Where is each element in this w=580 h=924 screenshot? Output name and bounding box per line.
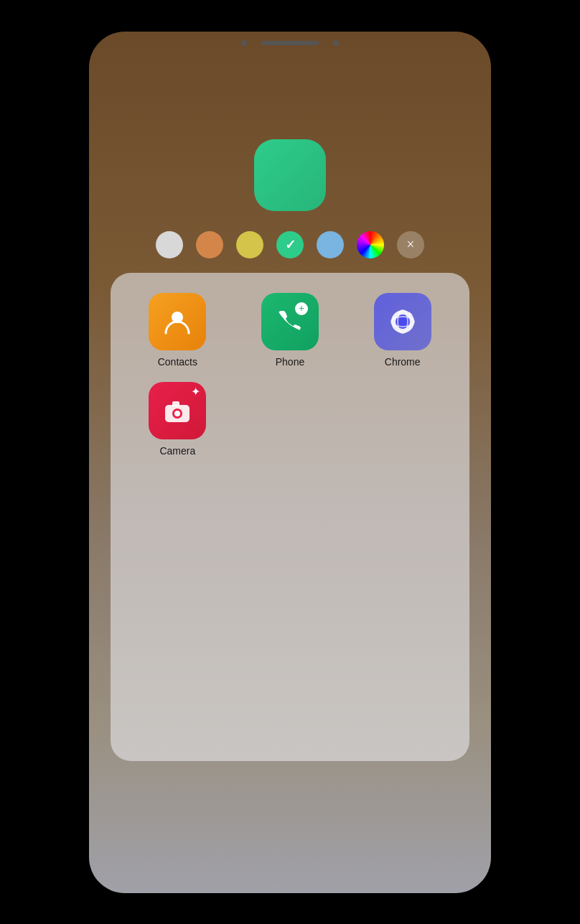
close-icon: × — [406, 236, 414, 253]
color-option-yellow[interactable] — [236, 231, 263, 258]
camera-sparkle-icon: ✦ — [191, 385, 200, 398]
app-item-chrome[interactable]: Chrome — [350, 293, 455, 368]
top-bar-dot-right — [333, 40, 339, 46]
chrome-label: Chrome — [385, 356, 421, 368]
color-picker-row: ✓ × — [89, 231, 491, 258]
phone-label: Phone — [276, 356, 304, 368]
phone-plus-icon: + — [295, 302, 308, 315]
contacts-icon — [149, 293, 206, 350]
top-bar-dot-left — [241, 40, 247, 46]
app-item-contacts[interactable]: Contacts — [125, 293, 230, 368]
phone-frame: ✓ × Contacts — [89, 32, 491, 893]
color-option-orange[interactable] — [196, 231, 223, 258]
phone-icon: + — [261, 293, 319, 350]
top-bar-pill — [261, 41, 319, 45]
phone-icon-wrap: + — [276, 306, 304, 337]
folder-icon-container — [89, 139, 491, 211]
chrome-icon — [374, 293, 431, 350]
app-item-phone[interactable]: + Phone — [238, 293, 343, 368]
checkmark-icon: ✓ — [285, 237, 296, 253]
color-wheel[interactable] — [357, 231, 384, 258]
svg-rect-8 — [172, 401, 179, 406]
color-option-blue[interactable] — [317, 231, 344, 258]
close-button[interactable]: × — [397, 231, 424, 258]
color-option-green[interactable]: ✓ — [276, 231, 304, 258]
folder-content: Contacts + Phone — [111, 273, 469, 761]
phone-top-bar — [89, 32, 491, 46]
camera-icon: ✦ — [149, 382, 206, 439]
app-grid: Contacts + Phone — [125, 293, 455, 457]
contacts-label: Contacts — [158, 356, 197, 368]
folder-icon — [254, 139, 326, 211]
app-item-camera[interactable]: ✦ Camera — [125, 382, 230, 457]
color-option-white[interactable] — [156, 231, 183, 258]
camera-label: Camera — [159, 445, 195, 457]
svg-point-7 — [174, 411, 180, 416]
